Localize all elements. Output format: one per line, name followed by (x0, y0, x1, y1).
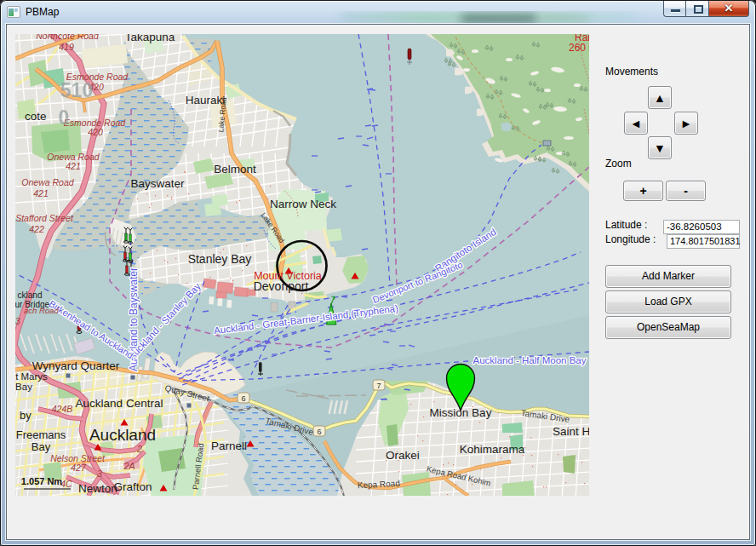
svg-text:Wynyard Quarter: Wynyard Quarter (32, 359, 120, 372)
svg-text:6: 6 (241, 394, 245, 403)
svg-text:ckland: ckland (18, 290, 43, 300)
svg-text:6: 6 (317, 428, 321, 436)
svg-text:Bay: Bay (15, 382, 32, 392)
svg-text:Takapuna: Takapuna (125, 34, 175, 43)
svg-text:421: 421 (66, 161, 81, 171)
svg-text:1.057 Nm: 1.057 Nm (21, 476, 63, 486)
svg-text:by: by (20, 409, 32, 422)
svg-text:Mount Victoria: Mount Victoria (254, 270, 322, 282)
svg-text:Auckland - Half Moon Bay: Auckland - Half Moon Bay (473, 355, 587, 365)
svg-text:7: 7 (376, 382, 381, 390)
svg-text:Saint Heli: Saint Heli (553, 425, 589, 438)
svg-text:419: 419 (59, 42, 74, 52)
svg-text:510: 510 (60, 79, 93, 101)
svg-text:Newton: Newton (78, 482, 117, 495)
svg-text:Kohimarama: Kohimarama (460, 443, 525, 456)
svg-text:3: 3 (97, 468, 102, 479)
svg-text:Bayswater: Bayswater (130, 177, 185, 190)
svg-text:Onewa Road: Onewa Road (21, 177, 74, 187)
svg-text:3: 3 (15, 317, 20, 326)
svg-text:420: 420 (88, 127, 103, 137)
svg-text:Auckland: Auckland (89, 426, 156, 444)
svg-text:2: 2 (136, 444, 142, 454)
svg-text:4C: 4C (60, 479, 72, 489)
svg-text:Orakei: Orakei (386, 449, 420, 462)
svg-text:Northcote Road: Northcote Road (36, 34, 100, 41)
svg-text:421: 421 (33, 188, 49, 198)
svg-text:Grafton: Grafton (113, 480, 152, 493)
svg-text:ach Road: ach Road (24, 306, 59, 315)
svg-text:Mission Bay: Mission Bay (430, 406, 492, 419)
svg-text:427: 427 (71, 463, 87, 473)
svg-text:Parnell: Parnell (211, 440, 247, 452)
svg-text:0: 0 (59, 106, 70, 129)
svg-text:Auckland Central: Auckland Central (76, 397, 163, 410)
svg-text:422: 422 (29, 224, 44, 234)
svg-text:Belmont: Belmont (214, 163, 256, 175)
svg-text:cote: cote (25, 110, 47, 123)
svg-text:2A: 2A (123, 461, 135, 471)
svg-text:Stanley Bay: Stanley Bay (188, 252, 252, 266)
svg-text:t Marys: t Marys (15, 371, 48, 382)
svg-text:Stafford Street: Stafford Street (15, 213, 74, 223)
svg-text:Freemans: Freemans (16, 428, 66, 441)
svg-text:260 r: 260 r (569, 42, 589, 54)
svg-text:Bay: Bay (32, 440, 51, 453)
svg-text:Narrow Neck: Narrow Neck (270, 198, 336, 210)
svg-text:424B: 424B (52, 404, 73, 414)
